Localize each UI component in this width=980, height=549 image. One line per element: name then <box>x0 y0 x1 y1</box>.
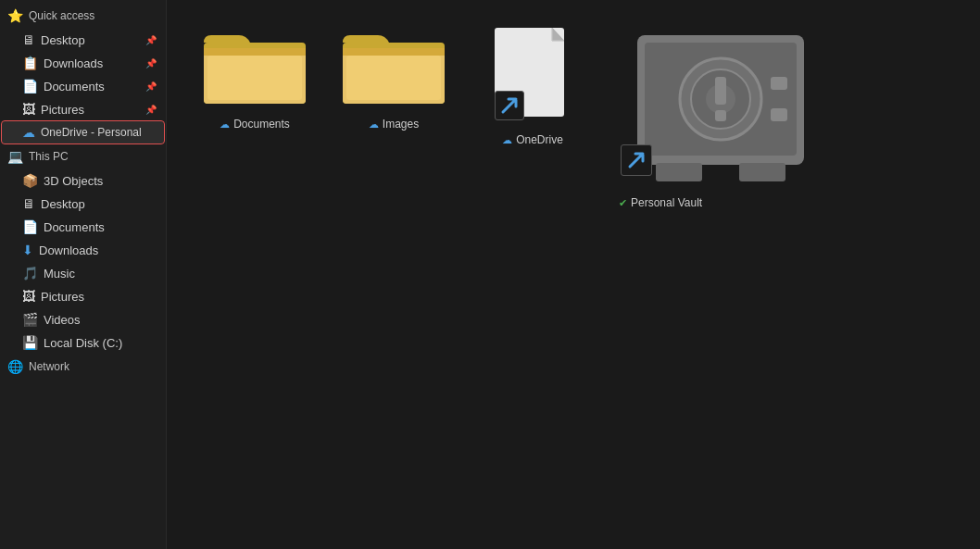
sidebar-item-label: Pictures <box>41 290 84 304</box>
sidebar-item-onedrive[interactable]: ☁ OneDrive - Personal <box>2 121 164 143</box>
svg-rect-3 <box>207 56 302 100</box>
videos-icon: 🎬 <box>22 312 38 327</box>
desktop-icon: 🖥 <box>22 32 35 47</box>
network-label: Network <box>29 360 69 373</box>
quick-access-label: Quick access <box>29 9 94 22</box>
sidebar-item-documents-pinned[interactable]: 📄 Documents 📌 <box>2 75 164 97</box>
sidebar: ⭐ Quick access 🖥 Desktop 📌 📋 Downloads 📌… <box>0 0 167 549</box>
svg-rect-16 <box>715 77 726 105</box>
sidebar-item-label: Pictures <box>41 103 84 117</box>
sidebar-item-label: Documents <box>44 220 105 234</box>
main-content: ☁ Documents ☁ Images <box>167 0 980 549</box>
sidebar-section-quick-access[interactable]: ⭐ Quick access <box>0 4 166 28</box>
sidebar-item-downloads-pinned[interactable]: 📋 Downloads 📌 <box>2 52 164 74</box>
documents-folder-label: ☁ Documents <box>220 118 290 131</box>
disk-icon: 💾 <box>22 335 38 350</box>
3d-icon: 📦 <box>22 173 38 188</box>
this-pc-icon: 💻 <box>7 149 23 164</box>
documents-folder-item[interactable]: ☁ Documents <box>195 19 315 217</box>
sidebar-item-label: Downloads <box>44 56 103 70</box>
svg-rect-18 <box>656 163 702 181</box>
cloud-icon: ☁ <box>220 119 230 131</box>
sidebar-item-label: Desktop <box>41 33 85 47</box>
images-folder-item[interactable]: ☁ Images <box>333 19 454 217</box>
music-icon: 🎵 <box>22 266 38 281</box>
sidebar-item-pictures[interactable]: 🖼 Pictures <box>2 285 164 307</box>
images-folder-label: ☁ Images <box>369 118 419 131</box>
svg-rect-7 <box>346 56 441 100</box>
folder-icon <box>343 26 445 112</box>
pictures-icon: 🖼 <box>22 289 35 304</box>
sidebar-item-label: Music <box>44 267 75 281</box>
sidebar-item-documents[interactable]: 📄 Documents <box>2 216 164 238</box>
sidebar-item-downloads[interactable]: ⬇ Downloads <box>2 239 164 261</box>
sidebar-item-label: Videos <box>44 313 81 327</box>
pin-icon: 📌 <box>145 105 157 115</box>
sidebar-item-videos[interactable]: 🎬 Videos <box>2 308 164 331</box>
sidebar-section-this-pc[interactable]: 💻 This PC <box>0 144 166 168</box>
onedrive-shortcut-label: ☁ OneDrive <box>502 133 563 146</box>
sidebar-item-local-disk[interactable]: 💾 Local Disk (C:) <box>2 331 164 354</box>
svg-rect-14 <box>771 77 787 90</box>
sidebar-section-network[interactable]: 🌐 Network <box>0 355 166 379</box>
network-icon: 🌐 <box>7 359 23 374</box>
sidebar-item-label: Downloads <box>39 243 98 257</box>
pin-icon: 📌 <box>145 58 157 69</box>
sidebar-item-desktop[interactable]: 🖥 Desktop <box>2 193 164 215</box>
svg-rect-19 <box>739 163 785 181</box>
personal-vault-label: ✔ Personal Vault <box>619 196 702 209</box>
svg-rect-2 <box>204 48 306 56</box>
documents-icon: 📄 <box>22 219 38 234</box>
sidebar-item-label: Desktop <box>41 197 85 211</box>
sidebar-item-pictures-pinned[interactable]: 🖼 Pictures 📌 <box>2 98 164 120</box>
downloads-icon: ⬇ <box>22 243 33 257</box>
personal-vault-item[interactable]: ✔ Personal Vault <box>611 19 732 217</box>
pin-icon: 📌 <box>145 35 157 45</box>
downloads-icon: 📋 <box>22 56 38 70</box>
desktop-icon: 🖥 <box>22 196 35 211</box>
sidebar-item-desktop-pinned[interactable]: 🖥 Desktop 📌 <box>2 29 164 51</box>
sidebar-item-label: Local Disk (C:) <box>44 336 122 350</box>
onedrive-icon: ☁ <box>22 125 35 140</box>
pictures-icon: 🖼 <box>22 102 35 117</box>
svg-rect-6 <box>343 48 445 56</box>
quick-access-icon: ⭐ <box>7 8 23 23</box>
svg-rect-17 <box>715 110 726 121</box>
this-pc-label: This PC <box>29 150 69 163</box>
green-check-icon: ✔ <box>619 197 627 209</box>
cloud-icon: ☁ <box>502 134 512 146</box>
document-shortcut-icon <box>491 26 574 128</box>
sidebar-item-label: 3D Objects <box>44 174 103 188</box>
sidebar-item-label: OneDrive - Personal <box>41 126 142 139</box>
documents-icon: 📄 <box>22 79 38 94</box>
sidebar-item-label: Documents <box>44 80 105 94</box>
vault-icon-wrapper <box>619 26 823 193</box>
sidebar-item-3d-objects[interactable]: 📦 3D Objects <box>2 169 164 192</box>
onedrive-shortcut-item[interactable]: ☁ OneDrive <box>472 19 593 217</box>
svg-rect-15 <box>771 108 787 121</box>
pin-icon: 📌 <box>145 81 157 92</box>
cloud-icon: ☁ <box>369 119 379 131</box>
folder-icon <box>204 26 306 112</box>
sidebar-item-music[interactable]: 🎵 Music <box>2 262 164 284</box>
